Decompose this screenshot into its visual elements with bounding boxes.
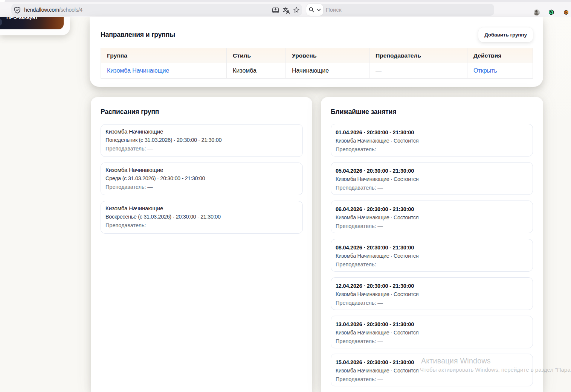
svg-text:k: k: [565, 11, 567, 14]
